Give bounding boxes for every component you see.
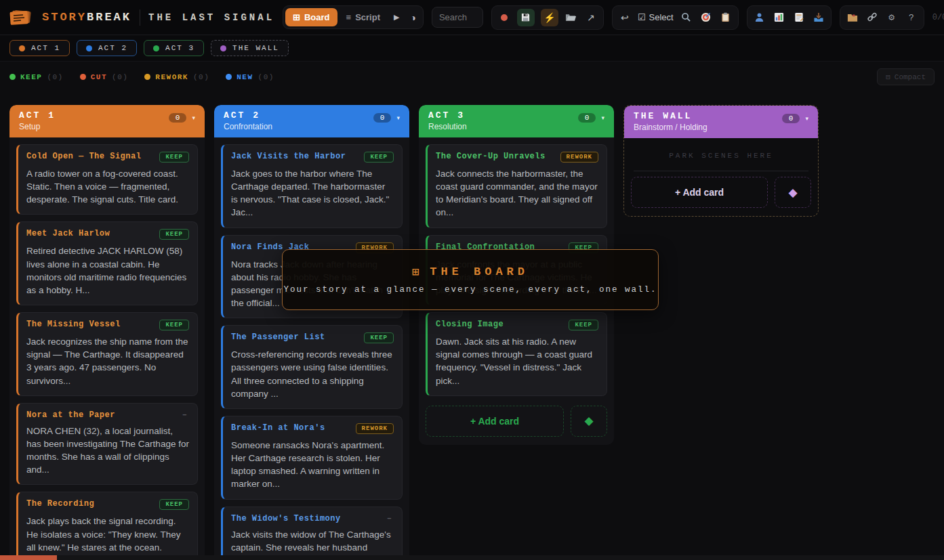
- import-button[interactable]: [812, 9, 825, 26]
- link-button[interactable]: [865, 9, 879, 26]
- filter-count: (0): [112, 73, 128, 81]
- column-header[interactable]: ACT 1 Setup 0 ▾: [9, 105, 205, 137]
- stats-button[interactable]: [773, 9, 786, 26]
- scrollbar-thumb[interactable]: [0, 555, 57, 560]
- filter-chip-cut[interactable]: CUT(0): [80, 73, 129, 81]
- scene-card-body: Jack goes to the harbor where The Cartha…: [231, 167, 394, 219]
- add-card-button[interactable]: + Add card: [631, 177, 768, 208]
- diamond-add-button[interactable]: ◆: [775, 177, 811, 208]
- diamond-icon: ◆: [788, 186, 797, 200]
- act-pill-3[interactable]: ACT 3: [144, 40, 204, 56]
- toolbar-group-app: ⚙ ?: [840, 5, 924, 30]
- characters-button[interactable]: [753, 9, 766, 26]
- board: ACT 1 Setup 0 ▾ Cold Open — The Signal K…: [0, 93, 944, 560]
- scene-card[interactable]: Cold Open — The Signal KEEP A radio towe…: [16, 144, 198, 215]
- filter-count: (0): [258, 73, 274, 81]
- filter-chip-keep[interactable]: KEEP(0): [9, 73, 64, 81]
- bar-chart-icon: [774, 12, 784, 22]
- column-header[interactable]: THE WALL Brainstorm / Holding 0 ▾: [624, 106, 818, 138]
- scene-card[interactable]: The Missing Vessel KEEP Jack recognizes …: [16, 312, 198, 396]
- projects-button[interactable]: [846, 9, 859, 26]
- filter-dot-icon: [80, 74, 86, 80]
- filter-chip-rework[interactable]: REWORK(0): [144, 73, 209, 81]
- notes-button[interactable]: [792, 9, 806, 26]
- link-icon: [867, 12, 878, 22]
- usage-count: 0/0: [932, 13, 944, 22]
- scene-card[interactable]: Meet Jack Harlow KEEP Retired detective …: [16, 221, 198, 305]
- target-button[interactable]: [699, 9, 713, 26]
- pill-dot-icon: [220, 45, 226, 51]
- lightning-icon: ⚡: [543, 12, 555, 23]
- scene-card-body: Jack plays back the signal recording. He…: [26, 515, 189, 553]
- scene-card[interactable]: The Widow's Testimony – Jack visits the …: [221, 507, 403, 560]
- folder-icon: [847, 13, 858, 22]
- scene-card-body: A radio tower on a fog-covered coast. St…: [26, 167, 189, 206]
- act-pill-4[interactable]: THE WALL: [211, 40, 289, 56]
- scene-card-title: Break-In at Nora's: [231, 423, 325, 433]
- scene-card-body: Dawn. Jack sits at his radio. A new sign…: [436, 335, 598, 387]
- diamond-add-button[interactable]: ◆: [571, 406, 607, 437]
- scene-card[interactable]: Break-In at Nora's REWORK Someone ransac…: [221, 416, 403, 500]
- add-card-button[interactable]: + Add card: [426, 406, 564, 437]
- act-pill-2[interactable]: ACT 2: [77, 40, 137, 56]
- card-list: Cold Open — The Signal KEEP A radio towe…: [9, 137, 205, 560]
- open-folder-button[interactable]: [565, 9, 578, 26]
- undo-button[interactable]: ↩: [618, 9, 632, 26]
- tooltip-subtitle: Your story at a glance — every scene, ev…: [283, 285, 657, 295]
- settings-button[interactable]: ⚙: [885, 9, 899, 26]
- record-dot-icon: [501, 14, 508, 21]
- chevron-down-icon[interactable]: ▾: [601, 114, 604, 121]
- status-badge: KEEP: [364, 152, 394, 163]
- status-badge: KEEP: [159, 499, 189, 510]
- toolbar-group-file: ⚡ ↗: [491, 5, 604, 30]
- scene-card-title: The Cover-Up Unravels: [436, 152, 546, 161]
- play-button[interactable]: ▶: [389, 10, 404, 24]
- record-status-button[interactable]: [497, 9, 511, 26]
- tooltip-title: ⊞ THE BOARD: [412, 265, 529, 279]
- scene-card[interactable]: The Recording KEEP Jack plays back the s…: [16, 492, 198, 560]
- contrast-toggle-button[interactable]: ◑: [405, 9, 420, 26]
- filter-label: REWORK: [155, 73, 188, 81]
- tab-script[interactable]: ≡ Script: [339, 8, 388, 26]
- column-header[interactable]: ACT 3 Resolution 0 ▾: [419, 105, 614, 137]
- filter-chip-new[interactable]: NEW(0): [226, 73, 274, 81]
- chevron-down-icon[interactable]: ▾: [396, 114, 400, 121]
- board-tooltip: ⊞ THE BOARD Your story at a glance — eve…: [282, 249, 659, 310]
- help-button[interactable]: ?: [905, 9, 918, 26]
- scene-card-title: Cold Open — The Signal: [26, 152, 141, 161]
- scene-card-body: Retired detective JACK HARLOW (58) lives…: [26, 244, 189, 297]
- clipboard-button[interactable]: [719, 9, 733, 26]
- storybreak-logo-icon: [8, 7, 34, 28]
- scene-card[interactable]: Closing Image KEEP Dawn. Jack sits at hi…: [426, 312, 607, 396]
- column-count-badge: 0: [578, 113, 596, 123]
- flash-button[interactable]: ⚡: [541, 9, 558, 26]
- save-button[interactable]: [517, 9, 535, 26]
- scene-card[interactable]: Jack Visits the Harbor KEEP Jack goes to…: [221, 144, 403, 228]
- scene-card[interactable]: The Passenger List KEEP Cross-referencin…: [221, 325, 403, 409]
- filter-dot-icon: [144, 74, 150, 80]
- filter-count: (0): [47, 73, 63, 81]
- select-toggle[interactable]: ☑ Select: [638, 9, 674, 26]
- column-header[interactable]: ACT 2 Confrontation 0 ▾: [214, 105, 409, 137]
- scene-card-title: Meet Jack Harlow: [26, 229, 110, 238]
- grid-icon: ⊞: [412, 265, 423, 279]
- scene-card[interactable]: The Cover-Up Unravels REWORK Jack connec…: [426, 144, 607, 228]
- scene-card-body: Someone ransacks Nora's apartment. Her C…: [231, 439, 394, 491]
- scene-card[interactable]: Nora at the Paper – NORA CHEN (32), a lo…: [16, 403, 198, 486]
- zoom-search-button[interactable]: [680, 9, 693, 26]
- act-pill-1[interactable]: ACT 1: [9, 40, 70, 56]
- tab-board[interactable]: ⊞ Board: [285, 8, 337, 26]
- chevron-down-icon[interactable]: ▾: [805, 115, 808, 122]
- column-count-badge: 0: [373, 113, 392, 123]
- column-footer: + Add card ◆: [419, 403, 614, 445]
- compact-toggle-button[interactable]: ⊟ Compact: [877, 68, 935, 85]
- export-button[interactable]: ↗: [584, 9, 598, 26]
- filter-dot-icon: [9, 74, 16, 80]
- act-pills-row: ACT 1ACT 2ACT 3THE WALL: [0, 35, 944, 62]
- status-badge: KEEP: [569, 320, 598, 330]
- divider: [634, 171, 808, 171]
- board-column-act1: ACT 1 Setup 0 ▾ Cold Open — The Signal K…: [9, 105, 205, 560]
- chevron-down-icon[interactable]: ▾: [192, 114, 195, 121]
- search-input[interactable]: [432, 7, 483, 28]
- scene-card-body: Cross-referencing records reveals three …: [231, 348, 394, 400]
